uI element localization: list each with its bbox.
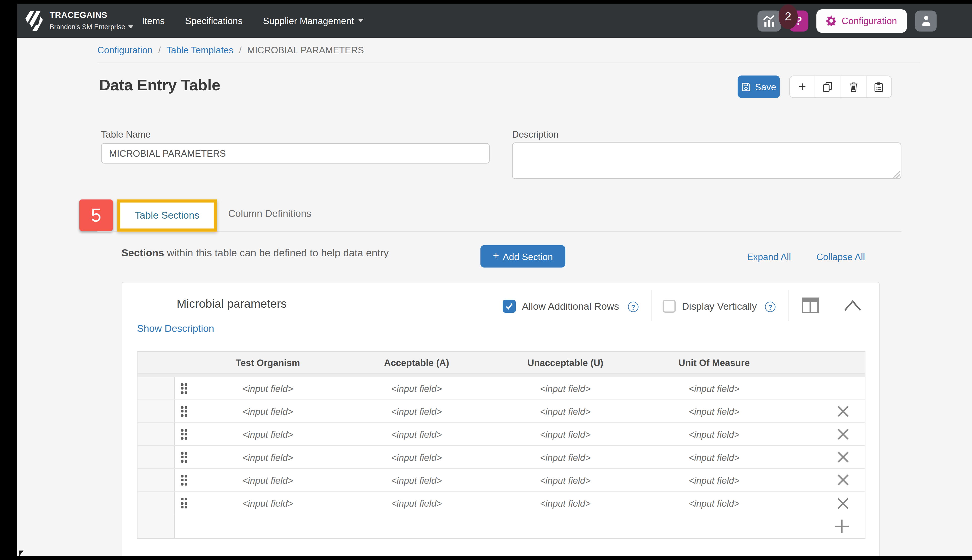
show-description-link[interactable]: Show Description (137, 323, 214, 334)
breadcrumb-divider (97, 63, 920, 63)
save-button[interactable]: Save (738, 75, 780, 98)
collapse-all-link[interactable]: Collapse All (816, 251, 865, 262)
account-name: Brandon's SM Enterprise (50, 23, 125, 30)
remove-row-button[interactable] (836, 473, 850, 487)
input-field-placeholder[interactable]: <input field> (342, 475, 491, 485)
remove-row-button[interactable] (836, 405, 850, 418)
user-button[interactable] (915, 10, 937, 32)
x-icon (836, 405, 850, 418)
input-field-placeholder[interactable]: <input field> (342, 383, 491, 394)
section-title: Microbial parameters (177, 297, 287, 311)
trash-icon (848, 82, 858, 92)
table-rows: <input field> <input field> <input field… (138, 377, 865, 515)
x-icon (836, 450, 850, 464)
analytics-button[interactable] (758, 10, 781, 32)
input-field-placeholder[interactable]: <input field> (640, 498, 789, 508)
input-field-placeholder[interactable]: <input field> (640, 452, 789, 462)
add-row-button[interactable] (834, 518, 850, 534)
audit-log-button[interactable] (867, 76, 892, 97)
row-gutter (138, 469, 175, 491)
drag-handle-icon[interactable] (175, 475, 193, 485)
add-section-button[interactable]: + Add Section (480, 245, 565, 268)
table-header-row: Test Organism Acceptable (A) Unacceptabl… (138, 351, 865, 374)
row-gutter (138, 446, 175, 468)
allow-additional-rows-label: Allow Additional Rows (522, 301, 619, 312)
display-vertically-checkbox[interactable] (663, 300, 676, 313)
divider (788, 290, 788, 321)
row-gutter (138, 400, 175, 422)
row-gutter (138, 423, 175, 445)
input-field-placeholder[interactable]: <input field> (491, 429, 640, 440)
nav-item-specifications[interactable]: Specifications (185, 16, 243, 26)
copy-record-button[interactable] (815, 76, 841, 97)
input-field-placeholder[interactable]: <input field> (193, 406, 342, 417)
allow-additional-rows-checkbox[interactable] (503, 300, 516, 313)
breadcrumb: Configuration/ Table Templates/ MICROBIA… (97, 45, 364, 55)
section-card: Microbial parameters Allow Additional Ro… (121, 282, 880, 556)
add-row (138, 515, 865, 538)
nav-item-supplier-management[interactable]: Supplier Management (263, 16, 363, 26)
table-name-input[interactable] (101, 143, 490, 163)
table-row: <input field> <input field> <input field… (138, 423, 865, 446)
input-field-placeholder[interactable]: <input field> (342, 452, 491, 462)
drag-handle-icon[interactable] (175, 498, 193, 508)
row-gutter (138, 492, 175, 515)
floppy-disk-icon (741, 82, 751, 91)
add-record-button[interactable]: + (790, 76, 815, 97)
configuration-label: Configuration (842, 16, 897, 26)
resize-grip-icon[interactable] (893, 171, 900, 178)
x-icon (836, 497, 850, 510)
help-button[interactable]: ? 2 (789, 10, 808, 32)
input-field-placeholder[interactable]: <input field> (491, 498, 640, 508)
drag-handle-icon[interactable] (175, 429, 193, 440)
table-row: <input field> <input field> <input field… (138, 492, 865, 515)
tab-column-definitions[interactable]: Column Definitions (228, 208, 311, 219)
tab-table-sections[interactable]: Table Sections (135, 210, 199, 221)
input-field-placeholder[interactable]: <input field> (640, 383, 789, 394)
table-name-label: Table Name (101, 129, 151, 139)
brand-block[interactable]: TRACEGAINS Brandon's SM Enterprise (50, 10, 133, 30)
input-field-placeholder[interactable]: <input field> (491, 452, 640, 462)
input-field-placeholder[interactable]: <input field> (640, 475, 789, 485)
configuration-button[interactable]: Configuration (816, 9, 907, 33)
collapse-section-button[interactable] (843, 300, 862, 314)
drag-handle-icon[interactable] (175, 383, 193, 394)
drag-handle-icon[interactable] (175, 406, 193, 417)
input-field-placeholder[interactable]: <input field> (640, 429, 789, 440)
plus-icon (834, 518, 850, 534)
input-field-placeholder[interactable]: <input field> (491, 475, 640, 485)
description-textarea[interactable] (512, 142, 901, 179)
input-field-placeholder[interactable]: <input field> (342, 406, 491, 417)
help-icon[interactable]: ? (628, 302, 639, 312)
input-field-placeholder[interactable]: <input field> (193, 383, 342, 394)
plus-icon: + (493, 250, 499, 263)
remove-row-button[interactable] (836, 450, 850, 464)
account-switcher[interactable]: Brandon's SM Enterprise (50, 23, 133, 30)
input-field-placeholder[interactable]: <input field> (491, 383, 640, 394)
column-layout-button[interactable] (801, 297, 819, 316)
tracegains-logo-icon[interactable] (25, 9, 43, 33)
breadcrumb-table-templates[interactable]: Table Templates (166, 45, 233, 55)
input-field-placeholder[interactable]: <input field> (640, 406, 789, 417)
remove-row-button[interactable] (836, 427, 850, 441)
help-icon[interactable]: ? (765, 302, 776, 312)
drag-handle-icon[interactable] (175, 452, 193, 462)
breadcrumb-configuration[interactable]: Configuration (97, 45, 152, 55)
input-field-placeholder[interactable]: <input field> (491, 406, 640, 417)
nav-item-items[interactable]: Items (142, 16, 165, 26)
input-field-placeholder[interactable]: <input field> (193, 475, 342, 485)
chevron-down-icon (128, 25, 133, 28)
expand-all-link[interactable]: Expand All (747, 251, 791, 262)
input-field-placeholder[interactable]: <input field> (193, 429, 342, 440)
annotation-step-badge: 5 (79, 200, 113, 231)
main-menu: Items Specifications Supplier Management (142, 4, 363, 38)
remove-row-button[interactable] (836, 497, 850, 510)
nav-utilities: ? 2 Configuration (758, 4, 937, 38)
input-field-placeholder[interactable]: <input field> (193, 498, 342, 508)
input-field-placeholder[interactable]: <input field> (193, 452, 342, 462)
delete-record-button[interactable] (841, 76, 867, 97)
breadcrumb-current: MICROBIAL PARAMETERS (247, 45, 364, 55)
input-field-placeholder[interactable]: <input field> (342, 429, 491, 440)
input-field-placeholder[interactable]: <input field> (342, 498, 491, 508)
gear-icon (826, 16, 837, 26)
